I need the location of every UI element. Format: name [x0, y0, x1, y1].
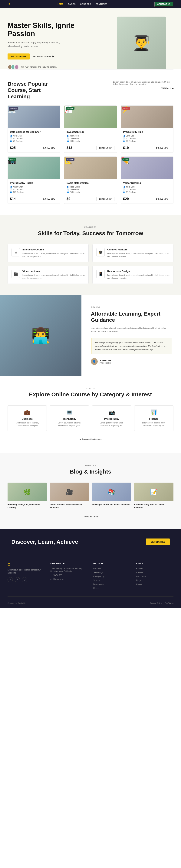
footer-office-label: OUR OFFICE [51, 562, 88, 564]
view-all-link[interactable]: VIEW ALL ▶ [161, 87, 174, 90]
feature-text-4: Responsive Design Lorem ipsum dolor sit … [107, 270, 170, 280]
reviewer: 👤 JOHN DOE Photographer [91, 358, 172, 365]
feature-text-1: Interactive Course Lorem ipsum dolor sit… [22, 248, 85, 258]
topic-desc-business: Lorem ipsum dolor sit amet, consectetur … [11, 422, 44, 427]
instagram-icon[interactable]: ◻ [22, 577, 27, 582]
blog-card-1[interactable]: 🌿 Balancing Work, Life, and Online Learn… [7, 483, 47, 511]
footer-privacy-link[interactable]: Privacy Policy [150, 602, 161, 604]
footer-link-help[interactable]: Help Center [136, 575, 174, 578]
cta-title: Discover, Learn, Achieve [11, 539, 78, 545]
topic-card-technology[interactable]: 💻 Technology Lorem ipsum dolor sit amet,… [50, 405, 89, 431]
footer-link-blogs[interactable]: Blogs [136, 579, 174, 582]
enroll-button-4[interactable]: ENROLL NOW [40, 197, 58, 201]
nav-courses[interactable]: COURSES [80, 3, 91, 5]
view-all-posts-button[interactable]: ↓ View All Posts [83, 516, 98, 518]
features-grid: 🖥 Interactive Course Lorem ipsum dolor s… [7, 244, 174, 284]
topic-name-photography: Photography [95, 417, 128, 420]
nav-logo[interactable]: C [7, 2, 10, 6]
topic-card-photography[interactable]: 📷 Photography Lorem ipsum dolor sit amet… [92, 405, 131, 431]
footer-link-contact[interactable]: Contact [136, 571, 174, 574]
nav-pages[interactable]: PAGES [68, 3, 76, 5]
enroll-button-1[interactable]: ENROLL NOW [40, 146, 58, 150]
course-title-5: Basic Mathematics [67, 182, 114, 184]
enroll-button-5[interactable]: ENROLL NOW [96, 197, 114, 201]
browse-all-categories-button[interactable]: ⊞ Browse all categories [76, 437, 106, 442]
review-title: Affordable Learning, Expert Guidance [91, 311, 172, 323]
footer-browse-technology[interactable]: Technology [93, 571, 131, 574]
nav-home[interactable]: HOME [57, 3, 63, 5]
footer-browse-development[interactable]: Development [93, 583, 131, 586]
facebook-icon[interactable]: f [7, 577, 13, 582]
browse-course-button[interactable]: BROWSE COURSE ▶ [33, 55, 54, 58]
review-label: REVIEW [91, 306, 172, 308]
course-info-3: 👤 John Doe 📄 11 Lessons 👥 38 Students [123, 135, 171, 142]
blog-body-1: Balancing Work, Life, and Online Learnin… [7, 501, 47, 511]
contact-button[interactable]: CONTACT US [154, 2, 174, 7]
course-body-1: Data Science for Beginner 👤 Mike Lewis 📄… [8, 128, 60, 153]
course-price-3: $19 [123, 146, 129, 150]
footer-link-career[interactable]: Career [136, 583, 174, 586]
topic-name-technology: Technology [53, 417, 86, 420]
footer-browse-finance[interactable]: Finance [93, 587, 131, 590]
get-started-button[interactable]: GET STARTED [7, 54, 30, 60]
features-title: Skills for Today, Success for Tomorrow [7, 230, 174, 237]
features-label: FEATURES [7, 226, 174, 228]
course-body-5: Basic Mathematics 👤 Hood Lemon 📄 20 Less… [64, 179, 117, 204]
course-title-2: Investment 101 [67, 130, 114, 133]
enroll-button-6[interactable]: ENROLL NOW [153, 197, 171, 201]
avatar-3 [14, 65, 19, 69]
topic-card-finance[interactable]: 📊 Finance Lorem ipsum dolor sit amet, co… [134, 405, 174, 431]
course-students-2: 👥 43 Students [67, 140, 114, 142]
topic-card-business[interactable]: 💼 Business Lorem ipsum dolor sit amet, c… [7, 405, 47, 431]
review-section: 👨‍💻 REVIEW Affordable Learning, Expert G… [0, 295, 181, 376]
photography-icon: 📷 [95, 409, 128, 415]
course-footer-3: $19 ENROLL NOW [123, 144, 171, 150]
footer-phone[interactable]: +123 456 789 [51, 574, 88, 577]
enroll-button-3[interactable]: ENROLL NOW [153, 146, 171, 150]
blog-body-4: Effective Study Tips for Online Learners [134, 501, 174, 511]
feature-card-3: 🎬 Video Lectures Lorem ipsum dolor sit a… [7, 266, 88, 284]
browse-header-right: Lorem ipsum dolor sit amet, consectetur … [113, 81, 174, 90]
topics-title: Explore Online Course by Category & Inte… [7, 391, 174, 398]
course-card-5: 📐 Science Basic Mathematics 👤 Hood Lemon… [64, 156, 117, 204]
course-image-1: 💻 Science [8, 105, 60, 128]
blog-body-3: The Bright Future of Online Education [92, 501, 131, 508]
footer-browse-photography[interactable]: Photography [93, 575, 131, 578]
blog-card-4[interactable]: 📝 Effective Study Tips for Online Learne… [134, 483, 174, 511]
course-badge-3: Design [122, 107, 130, 110]
footer-terms-link[interactable]: Our Terms [165, 602, 174, 604]
blog-label: ARTICLES [7, 465, 174, 467]
footer-browse-business[interactable]: Business [93, 567, 131, 570]
cta-get-started-button[interactable]: GET STARTED [146, 538, 170, 545]
footer-email[interactable]: mail@course.io [51, 578, 88, 581]
course-badge-1: Science [9, 107, 18, 110]
enroll-button-2[interactable]: ENROLL NOW [96, 146, 114, 150]
blog-body-2: Video: Success Stories from Our Students [50, 501, 89, 511]
topic-desc-finance: Lorem ipsum dolor sit amet, consectetur … [137, 422, 170, 427]
twitter-icon[interactable]: 𝕏 [15, 577, 20, 582]
course-card-4: 📷 Photo Photography Hacks 👤 Adam Chow 📄 … [7, 156, 60, 204]
footer-link-partners[interactable]: Partners [136, 567, 174, 570]
course-image-5: 📐 Science [64, 157, 117, 179]
review-quote: I've always loved photography, but never… [95, 341, 168, 351]
footer-links-col: LINKS Partners Contact Help Center Blogs… [136, 562, 174, 591]
footer-logo: C [7, 562, 45, 566]
course-badge-5: Science [66, 158, 75, 161]
blog-card-3[interactable]: 📚 The Bright Future of Online Education [92, 483, 131, 511]
blog-title-1: Balancing Work, Life, and Online Learnin… [7, 503, 47, 509]
footer-brand-col: C Lorem ipsum dolor sit amet consectetur… [7, 562, 45, 591]
cta-section: Discover, Learn, Achieve GET STARTED [0, 529, 181, 555]
blog-card-2[interactable]: 🎥 Video: Success Stories from Our Studen… [50, 483, 89, 511]
course-price-4: $14 [10, 197, 16, 201]
footer-browse-science[interactable]: Science [93, 579, 131, 582]
course-image-2: 📈 Finance [64, 105, 117, 128]
business-icon: 💼 [11, 409, 44, 415]
course-info-6: 👤 Mike Lewis 📄 32 Lessons 👥 11 Students [123, 186, 171, 193]
feature-card-2: 🎓 Certified Mentors Lorem ipsum dolor si… [93, 244, 174, 262]
view-posts: ↓ View All Posts [7, 516, 174, 518]
course-price-6: $29 [123, 197, 129, 201]
nav-features[interactable]: FEATURES [96, 3, 107, 5]
feature-title-1: Interactive Course [22, 248, 85, 251]
topics-section: TOPICS Explore Online Course by Category… [0, 376, 181, 454]
arrow-icon: ▶ [172, 87, 174, 90]
